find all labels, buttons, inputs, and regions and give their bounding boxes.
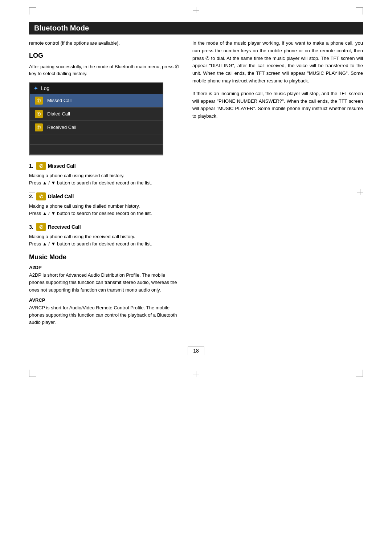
corner-tl — [29, 7, 36, 15]
corner-bl — [29, 370, 36, 377]
item-2-label: Dialed Call — [48, 194, 74, 199]
log-ui-header-label: Log — [41, 85, 49, 91]
item-received-call: 3. ✆ Received Call Making a phone call u… — [29, 223, 181, 248]
log-row-received: ✆ Received Call — [30, 121, 163, 134]
item-1-number: 1. — [29, 163, 33, 169]
right-column: In the mode of the music player working,… — [192, 40, 363, 332]
corner-tr — [356, 7, 363, 15]
item-2-heading: 2. ✆ Dialed Call — [29, 192, 181, 200]
svg-text:✆: ✆ — [39, 224, 43, 230]
cross-left — [29, 189, 35, 195]
log-ui-mockup: ✦ Log ✆ Missed Call — [29, 82, 163, 155]
log-row-dialed-label: Dialed Call — [47, 111, 70, 117]
intro-text: remote control (if the options are avail… — [29, 40, 181, 47]
section-title: Bluetooth Mode — [34, 24, 89, 32]
received-call-icon: ✆ — [33, 123, 44, 132]
cross-right — [357, 189, 363, 195]
page-number-container: 18 — [29, 346, 363, 355]
svg-text:✆: ✆ — [39, 194, 43, 199]
item-3-body2: Press ▲ / ▼ button to search for desired… — [29, 240, 181, 248]
item-missed-call: 1. ✆ Missed Call Making a phone call usi… — [29, 162, 181, 187]
log-intro: After pairing successfully, in the mode … — [29, 63, 181, 77]
item-1-icon: ✆ — [36, 162, 46, 170]
left-column: remote control (if the options are avail… — [29, 40, 181, 332]
item-3-label: Received Call — [48, 224, 81, 230]
item-2-body2: Press ▲ / ▼ button to search for desired… — [29, 210, 181, 217]
svg-text:✆: ✆ — [37, 125, 41, 130]
item-1-heading: 1. ✆ Missed Call — [29, 162, 181, 170]
log-section: LOG After pairing successfully, in the m… — [29, 52, 181, 248]
log-row-missed: ✆ Missed Call — [30, 94, 163, 107]
log-row-empty-1 — [30, 134, 163, 145]
log-row-received-label: Received Call — [47, 125, 76, 130]
item-1-body2: Press ▲ / ▼ button to search for desired… — [29, 179, 181, 187]
item-3-body1: Making a phone call using the received c… — [29, 233, 181, 240]
section-title-bar: Bluetooth Mode — [29, 22, 363, 34]
log-ui-header: ✦ Log — [30, 83, 163, 94]
music-mode-section: Music Mode A2DP A2DP is short for Advanc… — [29, 253, 181, 326]
avrcp-body: AVRCP is short for Audio/Video Remote Co… — [29, 304, 181, 326]
avrcp-heading: AVRCP — [29, 297, 181, 303]
missed-call-icon: ✆ — [33, 96, 44, 105]
item-2-icon: ✆ — [36, 192, 46, 200]
log-heading: LOG — [29, 52, 181, 60]
page: Bluetooth Mode remote control (if the op… — [22, 0, 370, 384]
a2dp-heading: A2DP — [29, 265, 181, 270]
right-para-2: If there is an incoming phone call, the … — [192, 90, 363, 120]
music-mode-heading: Music Mode — [29, 253, 181, 261]
svg-text:✆: ✆ — [39, 163, 43, 169]
log-row-dialed: ✆ Dialed Call — [30, 107, 163, 121]
item-1-body1: Making a phone call using missed call hi… — [29, 172, 181, 179]
svg-text:✆: ✆ — [37, 98, 41, 103]
item-3-heading: 3. ✆ Received Call — [29, 223, 181, 231]
two-col-layout: remote control (if the options are avail… — [29, 40, 363, 332]
item-2-body: Making a phone call using the dialled nu… — [29, 203, 181, 217]
corner-br — [356, 370, 363, 377]
cross-bottom — [193, 371, 199, 377]
cross-top — [193, 7, 199, 13]
item-1-body: Making a phone call using missed call hi… — [29, 172, 181, 187]
item-dialed-call: 2. ✆ Dialed Call Making a phone call usi… — [29, 192, 181, 217]
page-number: 18 — [188, 346, 204, 355]
item-3-body: Making a phone call using the received c… — [29, 233, 181, 248]
item-3-number: 3. — [29, 224, 33, 230]
right-para-1: In the mode of the music player working,… — [192, 40, 363, 85]
bluetooth-icon: ✦ — [33, 85, 38, 92]
item-3-icon: ✆ — [36, 223, 46, 231]
dialed-call-icon: ✆ — [33, 110, 44, 118]
log-row-missed-label: Missed Call — [47, 98, 72, 103]
a2dp-body: A2DP is short for Advanced Audio Distrib… — [29, 272, 181, 293]
log-row-empty-2 — [30, 145, 163, 155]
item-1-label: Missed Call — [48, 163, 76, 169]
svg-text:✆: ✆ — [37, 111, 41, 117]
item-2-body1: Making a phone call using the dialled nu… — [29, 203, 181, 210]
